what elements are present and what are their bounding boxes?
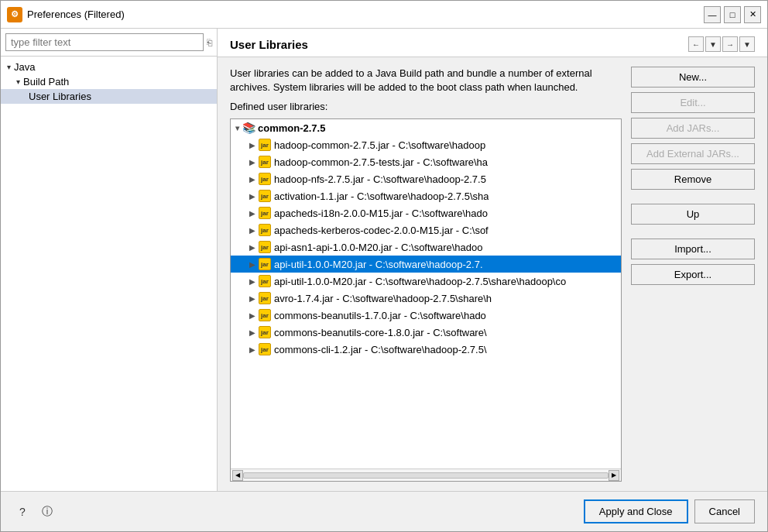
- nav-back-button[interactable]: ←: [688, 36, 704, 52]
- main-title: User Libraries: [230, 38, 308, 51]
- apply-close-button[interactable]: Apply and Close: [584, 499, 688, 523]
- lib-text-common: common-2.7.5: [258, 122, 325, 134]
- jar-arrow-5: ▶: [249, 226, 255, 235]
- nav-forward-dropdown[interactable]: ▼: [739, 36, 755, 52]
- new-button[interactable]: New...: [631, 67, 755, 88]
- list-item[interactable]: ▶ jar hadoop-common-2.7.5.jar - C:\softw…: [231, 136, 621, 153]
- jar-icon-0: jar: [259, 139, 271, 151]
- preferences-dialog: ⚙ Preferences (Filtered) — □ ✕ ⎗ ▾ Java …: [0, 0, 768, 532]
- maximize-button[interactable]: □: [724, 6, 741, 23]
- info-icon: ⓘ: [42, 505, 53, 519]
- jar-icon-12: jar: [259, 343, 271, 355]
- btn-spacer: [631, 194, 755, 199]
- window-controls: — □ ✕: [704, 6, 761, 23]
- jar-icon-9: jar: [259, 292, 271, 304]
- lib-text-0: hadoop-common-2.7.5.jar - C:\software\ha…: [274, 139, 485, 151]
- main-content: User libraries can be added to a Java Bu…: [218, 57, 767, 491]
- jar-arrow-0: ▶: [249, 141, 255, 149]
- lib-text-1: hadoop-common-2.7.5-tests.jar - C:\softw…: [274, 156, 488, 168]
- library-list[interactable]: ▾ 📚 common-2.7.5 ▶ jar hadoop-common-2.7…: [231, 119, 621, 469]
- lib-text-6: api-asn1-api-1.0.0-M20.jar - C:\software…: [274, 242, 483, 253]
- scroll-right-button[interactable]: ▶: [609, 470, 619, 481]
- lib-text-3: activation-1.1.jar - C:\software\hadoop-…: [274, 190, 489, 202]
- list-item[interactable]: ▶ jar avro-1.7.4.jar - C:\software\hadoo…: [231, 290, 621, 307]
- remove-button[interactable]: Remove: [631, 169, 755, 190]
- filter-area: ⎗: [1, 29, 217, 57]
- up-button[interactable]: Up: [631, 204, 755, 225]
- nav-back-dropdown[interactable]: ▼: [705, 36, 721, 52]
- sidebar-item-java[interactable]: ▾ Java: [1, 60, 217, 74]
- lib-text-7: api-util-1.0.0-M20.jar - C:\software\had…: [274, 259, 483, 270]
- filter-input[interactable]: [5, 33, 204, 51]
- main-header: User Libraries ← ▼ → ▼: [218, 29, 767, 57]
- list-item[interactable]: ▶ jar hadoop-nfs-2.7.5.jar - C:\software…: [231, 170, 621, 187]
- lib-arrow-common: ▾: [235, 124, 239, 132]
- jar-arrow-12: ▶: [249, 345, 255, 354]
- horizontal-scrollbar[interactable]: ◀ ▶: [231, 469, 621, 481]
- jar-icon-11: jar: [259, 326, 271, 338]
- footer: ? ⓘ Apply and Close Cancel: [1, 491, 767, 531]
- lib-item-common[interactable]: ▾ 📚 common-2.7.5: [231, 119, 621, 136]
- list-item[interactable]: ▶ jar commons-beanutils-core-1.8.0.jar -…: [231, 324, 621, 341]
- list-item[interactable]: ▶ jar apacheds-kerberos-codec-2.0.0-M15.…: [231, 221, 621, 239]
- jar-icon-4: jar: [259, 207, 271, 219]
- tree-arrow-java: ▾: [7, 63, 11, 71]
- jar-arrow-4: ▶: [249, 209, 255, 218]
- nav-arrows: ← ▼ → ▼: [688, 36, 755, 52]
- library-list-container: ▾ 📚 common-2.7.5 ▶ jar hadoop-common-2.7…: [230, 118, 622, 482]
- lib-text-4: apacheds-i18n-2.0.0-M15.jar - C:\softwar…: [274, 208, 488, 219]
- jar-arrow-8: ▶: [249, 277, 255, 286]
- tree-arrow-build-path: ▾: [16, 77, 20, 86]
- filter-clear-icon[interactable]: ⎗: [207, 37, 212, 48]
- edit-button[interactable]: Edit...: [631, 92, 755, 113]
- jar-arrow-11: ▶: [249, 328, 255, 337]
- jar-arrow-7: ▶: [249, 260, 255, 269]
- list-item[interactable]: ▶ jar activation-1.1.jar - C:\software\h…: [231, 187, 621, 204]
- lib-text-10: commons-beanutils-1.7.0.jar - C:\softwar…: [274, 310, 486, 321]
- sidebar-item-build-path[interactable]: ▾ Build Path: [1, 74, 217, 89]
- jar-icon-5: jar: [259, 224, 271, 236]
- content-right: New... Edit... Add JARs... Add External …: [631, 67, 755, 482]
- help-button[interactable]: ?: [13, 503, 32, 521]
- sidebar-item-user-libraries[interactable]: User Libraries: [1, 89, 217, 104]
- h-scroll-track[interactable]: [243, 472, 609, 479]
- jar-arrow-10: ▶: [249, 311, 255, 320]
- nav-forward-button[interactable]: →: [722, 36, 738, 52]
- sidebar: ⎗ ▾ Java ▾ Build Path User Libraries: [1, 29, 218, 491]
- list-item[interactable]: ▶ jar commons-beanutils-1.7.0.jar - C:\s…: [231, 307, 621, 324]
- jar-icon-2: jar: [259, 173, 271, 185]
- sidebar-tree: ▾ Java ▾ Build Path User Libraries: [1, 57, 217, 491]
- scroll-left-button[interactable]: ◀: [232, 470, 243, 481]
- list-item[interactable]: ▶ jar api-asn1-api-1.0.0-M20.jar - C:\so…: [231, 239, 621, 256]
- minimize-button[interactable]: —: [704, 6, 721, 23]
- cancel-button[interactable]: Cancel: [694, 499, 755, 523]
- title-bar: ⚙ Preferences (Filtered) — □ ✕: [1, 1, 767, 29]
- jar-icon-3: jar: [259, 190, 271, 202]
- add-jars-button[interactable]: Add JARs...: [631, 118, 755, 139]
- export-button[interactable]: Export...: [631, 264, 755, 285]
- sidebar-label-java: Java: [14, 61, 35, 73]
- info-button[interactable]: ⓘ: [38, 503, 57, 521]
- import-button[interactable]: Import...: [631, 239, 755, 259]
- lib-text-9: avro-1.7.4.jar - C:\software\hadoop-2.7.…: [274, 293, 492, 304]
- jar-icon-8: jar: [259, 275, 271, 287]
- add-external-jars-button[interactable]: Add External JARs...: [631, 143, 755, 164]
- list-item[interactable]: ▶ jar hadoop-common-2.7.5-tests.jar - C:…: [231, 153, 621, 170]
- lib-text-12: commons-cli-1.2.jar - C:\software\hadoop…: [274, 344, 487, 355]
- btn-spacer-2: [631, 229, 755, 234]
- help-icon: ?: [19, 506, 26, 518]
- lib-text-8: api-util-1.0.0-M20.jar - C:\software\had…: [274, 276, 566, 287]
- defined-label: Defined user libraries:: [230, 101, 622, 112]
- jar-icon-7: jar: [259, 258, 271, 270]
- close-button[interactable]: ✕: [744, 6, 761, 23]
- main-panel: User Libraries ← ▼ → ▼ User libraries ca…: [218, 29, 767, 491]
- list-item[interactable]: ▶ jar api-util-1.0.0-M20.jar - C:\softwa…: [231, 256, 621, 273]
- jar-arrow-3: ▶: [249, 192, 255, 201]
- list-item[interactable]: ▶ jar apacheds-i18n-2.0.0-M15.jar - C:\s…: [231, 204, 621, 221]
- jar-icon-10: jar: [259, 309, 271, 321]
- library-folder-icon: 📚: [242, 122, 255, 134]
- list-item[interactable]: ▶ jar api-util-1.0.0-M20.jar - C:\softwa…: [231, 273, 621, 290]
- list-item[interactable]: ▶ jar commons-cli-1.2.jar - C:\software\…: [231, 341, 621, 358]
- sidebar-label-build-path: Build Path: [23, 76, 69, 88]
- jar-arrow-2: ▶: [249, 175, 255, 184]
